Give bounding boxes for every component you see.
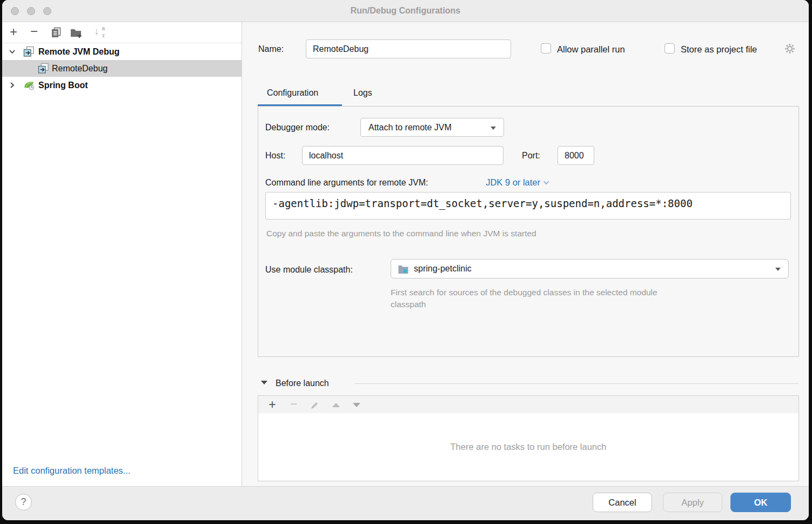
module-folder-icon xyxy=(398,264,409,274)
spring-boot-icon xyxy=(23,79,35,91)
jdk-version-select[interactable]: JDK 9 or later xyxy=(486,177,549,188)
sidebar-toolbar: + − ↓az xyxy=(2,22,241,43)
port-label: Port: xyxy=(522,151,540,161)
store-as-project-file-checkbox[interactable] xyxy=(665,43,675,54)
edit-configuration-templates-link[interactable]: Edit configuration templates... xyxy=(13,466,130,476)
add-task-button[interactable]: + xyxy=(265,397,280,413)
cmdline-args-input[interactable]: -agentlib:jdwp=transport=dt_socket,serve… xyxy=(265,192,791,220)
help-button[interactable]: ? xyxy=(15,494,32,510)
port-input[interactable]: 8000 xyxy=(558,146,594,165)
pencil-icon xyxy=(310,400,320,410)
before-launch-task-list: There are no tasks to run before launch xyxy=(258,413,799,481)
tree-item-label: RemoteDebug xyxy=(52,64,108,74)
run-debug-configurations-dialog: Run/Debug Configurations + − xyxy=(2,0,809,520)
host-label: Host: xyxy=(265,151,285,161)
edit-task-button[interactable] xyxy=(307,397,323,413)
dialog-footer: ? Cancel Apply OK xyxy=(2,486,809,520)
before-launch-title: Before launch xyxy=(276,379,329,388)
host-input[interactable]: localhost xyxy=(302,146,504,165)
tab-logs[interactable]: Logs xyxy=(353,88,372,98)
cancel-button[interactable]: Cancel xyxy=(593,493,652,512)
sort-configurations-button[interactable]: ↓az xyxy=(91,24,108,41)
section-divider xyxy=(354,383,798,384)
plus-icon: + xyxy=(10,25,17,38)
arrow-up-icon xyxy=(332,403,340,407)
module-classpath-label: Use module classpath: xyxy=(265,265,353,275)
remote-debug-icon xyxy=(23,46,35,57)
new-folder-icon xyxy=(70,26,83,38)
move-task-up-button[interactable] xyxy=(328,397,344,413)
question-mark-icon: ? xyxy=(21,496,26,508)
module-classpath-select[interactable]: spring-petclinic xyxy=(391,259,789,278)
arrow-down-icon xyxy=(353,403,360,407)
chevron-down-icon xyxy=(775,268,781,271)
plus-icon: + xyxy=(269,399,276,411)
configurations-sidebar: + − ↓az xyxy=(2,22,242,487)
name-input[interactable]: RemoteDebug xyxy=(306,39,511,58)
tree-item-remote-jvm-debug[interactable]: Remote JVM Debug xyxy=(2,43,241,60)
tree-item-remotedebug-selected[interactable]: RemoteDebug xyxy=(2,60,241,77)
chevron-right-icon[interactable] xyxy=(8,81,16,89)
port-value: 8000 xyxy=(565,151,584,161)
tree-item-spring-boot[interactable]: Spring Boot xyxy=(2,77,241,94)
empty-task-list-text: There are no tasks to run before launch xyxy=(451,442,607,452)
cmdline-args-value: -agentlib:jdwp=transport=dt_socket,serve… xyxy=(272,197,693,209)
allow-parallel-run-checkbox[interactable] xyxy=(541,43,551,54)
debugger-mode-select[interactable]: Attach to remote JVM xyxy=(360,118,504,137)
debugger-mode-value: Attach to remote JVM xyxy=(368,123,452,132)
tree-item-label: Spring Boot xyxy=(38,81,88,90)
gear-icon[interactable] xyxy=(784,43,796,55)
name-label: Name: xyxy=(258,44,284,54)
chevron-down-icon[interactable] xyxy=(8,48,16,56)
move-task-down-button[interactable] xyxy=(349,397,364,413)
sort-az-icon: ↓az xyxy=(93,26,105,38)
collapse-triangle-icon[interactable] xyxy=(261,381,267,384)
chevron-down-icon xyxy=(543,180,549,185)
configuration-detail-panel: Name: RemoteDebug Allow parallel run Sto… xyxy=(242,22,809,487)
copy-configuration-button[interactable] xyxy=(48,24,64,41)
window-title: Run/Debug Configurations xyxy=(2,0,809,22)
tree-item-label: Remote JVM Debug xyxy=(38,47,119,57)
jdk-version-value: JDK 9 or later xyxy=(486,177,540,188)
ok-button[interactable]: OK xyxy=(730,493,791,512)
cmdline-args-hint: Copy and paste the arguments to the comm… xyxy=(266,229,536,238)
configurations-tree: Remote JVM Debug RemoteDebug xyxy=(2,43,241,94)
copy-icon xyxy=(50,26,62,38)
apply-button[interactable]: Apply xyxy=(663,493,722,512)
remove-configuration-button[interactable]: − xyxy=(26,24,42,41)
cmdline-args-label: Command line arguments for remote JVM: xyxy=(265,178,428,188)
minus-icon: − xyxy=(30,25,38,38)
host-value: localhost xyxy=(309,151,343,161)
name-value: RemoteDebug xyxy=(313,44,368,54)
module-classpath-hint: First search for sources of the debugged… xyxy=(391,287,672,310)
before-launch-toolbar: + − xyxy=(258,395,799,414)
add-configuration-button[interactable]: + xyxy=(5,24,22,41)
minus-icon: − xyxy=(290,398,297,410)
remote-debug-icon xyxy=(38,63,49,74)
allow-parallel-run-label: Allow parallel run xyxy=(557,44,625,55)
chevron-down-icon xyxy=(491,127,496,130)
remove-task-button[interactable]: − xyxy=(286,397,301,413)
title-bar: Run/Debug Configurations xyxy=(2,0,809,22)
new-folder-button[interactable] xyxy=(68,24,84,41)
store-as-project-file-label: Store as project file xyxy=(681,44,757,55)
tab-configuration[interactable]: Configuration xyxy=(267,88,318,98)
debugger-mode-label: Debugger mode: xyxy=(265,123,330,132)
module-classpath-value: spring-petclinic xyxy=(414,264,472,274)
